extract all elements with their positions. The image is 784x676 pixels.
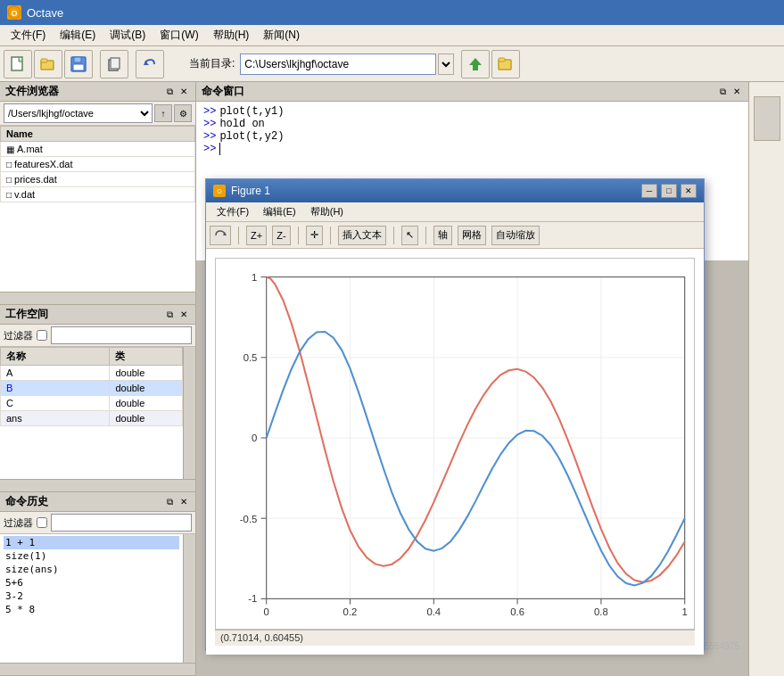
figure-menu-file[interactable]: 文件(F): [210, 203, 256, 220]
undo-button[interactable]: [136, 50, 164, 78]
open-file-button[interactable]: [34, 50, 62, 78]
menu-edit[interactable]: 编辑(E): [53, 26, 103, 45]
cmd-prompt: >>: [203, 118, 216, 130]
save-button[interactable]: [64, 50, 93, 78]
workspace-close[interactable]: ✕: [177, 309, 190, 321]
cmd-history-item[interactable]: size(1): [4, 549, 179, 563]
ws-col-name[interactable]: 名称: [1, 348, 110, 366]
svg-rect-7: [73, 64, 84, 70]
figure-title-bar: O Figure 1 ─ □ ✕: [206, 179, 704, 202]
file-row[interactable]: □v.dat: [1, 187, 195, 202]
figure-close-button[interactable]: ✕: [681, 184, 697, 198]
cmd-history-item[interactable]: 5+6: [4, 576, 179, 589]
ws-var-class: double: [110, 411, 183, 426]
new-file-button[interactable]: [4, 50, 32, 78]
figure-maximize-button[interactable]: □: [661, 184, 677, 198]
cmd-history-list: 1 + 1size(1)size(ans)5+63-25 * 8: [0, 534, 183, 663]
svg-text:0.2: 0.2: [343, 606, 358, 617]
workspace-vscroll[interactable]: [183, 347, 195, 479]
menu-help[interactable]: 帮助(H): [206, 26, 257, 45]
cmd-history-item[interactable]: 3-2: [4, 589, 179, 603]
svg-text:O: O: [217, 188, 222, 194]
figure-insert-text-button[interactable]: 插入文本: [338, 226, 386, 245]
cmd-history-hscroll[interactable]: [0, 663, 195, 675]
svg-text:-1: -1: [248, 593, 257, 604]
file-browser-close[interactable]: ✕: [177, 86, 190, 98]
plot-status: (0.71014, 0.60455): [215, 630, 695, 646]
path-dropdown[interactable]: ▼: [438, 54, 454, 75]
cmd-window-undock[interactable]: ⧉: [717, 86, 729, 98]
cmd-history-header: 命令历史 ⧉ ✕: [0, 492, 195, 512]
ws-var-name: B: [1, 381, 110, 396]
cmd-history-filter-input[interactable]: [51, 514, 192, 532]
ws-var-class: double: [110, 381, 183, 396]
workspace-row[interactable]: Bdouble: [1, 381, 183, 396]
figure-select-button[interactable]: ↖: [401, 226, 418, 245]
figure-minimize-button[interactable]: ─: [641, 184, 657, 198]
svg-rect-14: [499, 58, 505, 62]
figure-grid-button[interactable]: 网格: [458, 226, 486, 245]
cmd-history-title: 命令历史: [5, 494, 48, 509]
figure-icon: O: [213, 185, 226, 197]
ws-col-class[interactable]: 类: [110, 348, 183, 366]
figure-autoscale-button[interactable]: 自动缩放: [491, 226, 540, 245]
cmd-history-filter-check[interactable]: [37, 517, 47, 528]
ws-var-class: double: [110, 396, 183, 411]
figure-toolbar: Z+ Z- ✛ 插入文本 ↖ 轴 网格 自动缩放: [206, 222, 704, 249]
workspace-panel: 工作空间 ⧉ ✕ 过滤器 名称 类: [0, 305, 195, 492]
cmd-text: plot(t,y1): [219, 105, 284, 118]
cmd-history-item[interactable]: 1 + 1: [4, 536, 179, 549]
workspace-filter-check[interactable]: [37, 330, 47, 341]
ws-var-name: ans: [1, 411, 110, 426]
plot-area: 1 0.5 0 -0.5 -1 0 0.2 0.4 0.6 0.8 1: [206, 249, 704, 655]
figure-pan-button[interactable]: ✛: [306, 226, 323, 245]
svg-rect-9: [111, 58, 120, 69]
svg-text:O: O: [11, 9, 17, 18]
figure-axes-button[interactable]: 轴: [433, 226, 452, 245]
workspace-hscroll[interactable]: [0, 479, 195, 491]
workspace-row[interactable]: Cdouble: [1, 396, 183, 411]
copy-button[interactable]: [100, 50, 128, 78]
file-browser-undock[interactable]: ⧉: [164, 86, 176, 98]
svg-text:0.5: 0.5: [243, 352, 258, 363]
workspace-undock[interactable]: ⧉: [164, 309, 176, 321]
figure-zoom-out-button[interactable]: Z-: [272, 226, 290, 245]
cmd-history-vscroll[interactable]: [183, 534, 195, 663]
figure-menu-edit[interactable]: 编辑(E): [256, 203, 303, 220]
workspace-row[interactable]: ansdouble: [1, 411, 183, 426]
svg-text:0: 0: [252, 433, 257, 443]
menu-window[interactable]: 窗口(W): [153, 26, 205, 45]
figure-refresh-button[interactable]: [210, 226, 231, 245]
cmd-history-close[interactable]: ✕: [177, 496, 190, 508]
menu-file[interactable]: 文件(F): [4, 26, 53, 45]
menu-debug[interactable]: 调试(B): [103, 26, 153, 45]
ws-var-class: double: [110, 366, 183, 381]
cmd-window-close[interactable]: ✕: [730, 86, 743, 98]
menu-news[interactable]: 新闻(N): [256, 26, 307, 45]
var-editor-scroll[interactable]: [754, 96, 780, 141]
up-dir-button[interactable]: [461, 50, 490, 78]
file-up-button[interactable]: ↑: [154, 104, 172, 122]
browse-button[interactable]: [491, 50, 520, 78]
cmd-history-item[interactable]: 5 * 8: [4, 603, 179, 616]
path-input[interactable]: [240, 54, 436, 75]
svg-rect-6: [74, 57, 81, 62]
workspace-filter-input[interactable]: [51, 326, 192, 344]
workspace-row[interactable]: Adouble: [1, 366, 183, 381]
file-name: □prices.dat: [1, 172, 195, 187]
file-hscroll[interactable]: [0, 292, 195, 304]
workspace-filter-bar: 过滤器: [0, 325, 195, 347]
file-settings-button[interactable]: ⚙: [174, 104, 192, 122]
file-row[interactable]: □featuresX.dat: [1, 157, 195, 172]
file-browser: 文件浏览器 ⧉ ✕ /Users/lkjhgf/octave ↑ ⚙ Name: [0, 82, 195, 305]
file-row[interactable]: ▦A.mat: [1, 142, 195, 157]
svg-text:-0.5: -0.5: [240, 514, 258, 524]
cmd-history-item[interactable]: size(ans): [4, 563, 179, 576]
figure-zoom-in-button[interactable]: Z+: [246, 226, 267, 245]
file-row[interactable]: □prices.dat: [1, 172, 195, 187]
figure-menu-help[interactable]: 帮助(H): [303, 203, 351, 220]
cmd-history-undock[interactable]: ⧉: [164, 496, 176, 508]
figure-window: O Figure 1 ─ □ ✕ 文件(F) 编辑(E) 帮助(H) Z+ Z-…: [205, 178, 705, 651]
cmd-text: [219, 143, 227, 155]
file-path-select[interactable]: /Users/lkjhgf/octave: [4, 103, 153, 123]
